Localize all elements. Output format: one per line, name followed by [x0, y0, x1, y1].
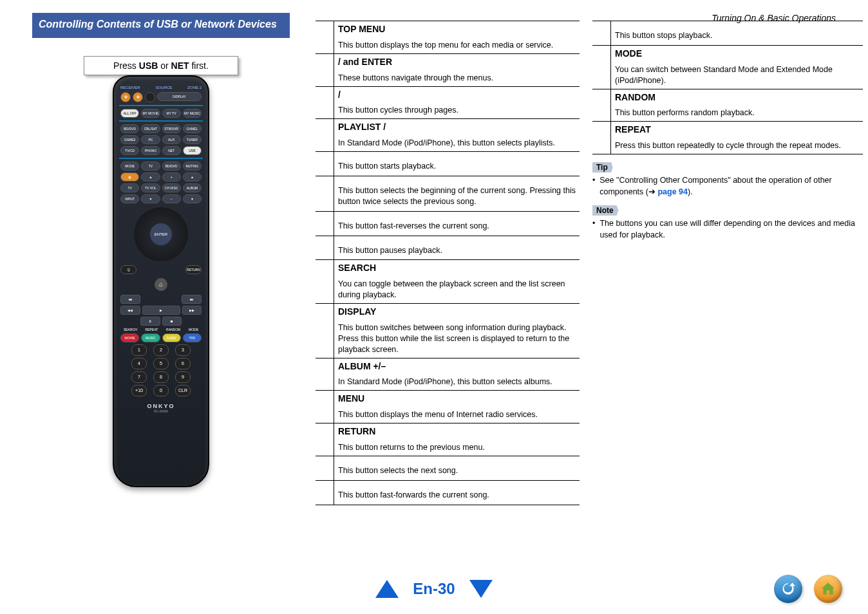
num-plus10: +10: [131, 385, 147, 396]
row-title: ALBUM +/–: [334, 358, 580, 375]
row-body: You can switch between Standard Mode and…: [611, 62, 863, 89]
muting-button: MUTING: [183, 162, 202, 171]
row-title: SEARCH: [334, 260, 580, 277]
bddvd-button: BD/DVD: [162, 162, 181, 171]
chdisc-label: CH DISC: [162, 183, 181, 192]
chapter-header: Turning On & Basic Operations: [712, 13, 836, 23]
num-3: 3: [175, 344, 191, 356]
prev-page-button[interactable]: [375, 580, 399, 598]
row-title: RANDOM: [611, 89, 863, 106]
press-text: Press: [113, 60, 139, 71]
row-title: /: [334, 86, 580, 103]
row-body: In Standard Mode (iPod/iPhone), this but…: [334, 136, 580, 151]
input-button: AUX: [162, 135, 181, 144]
remote-label: ZONE 2: [187, 86, 202, 89]
note-body: The buttons you can use will differ depe…: [599, 218, 863, 241]
enter-button: ENTER: [150, 223, 172, 245]
row-body: This button stops playback.: [611, 21, 863, 46]
prev-icon: ⏮: [120, 295, 140, 304]
num-0: 0: [153, 385, 169, 396]
row-title: MENU: [334, 391, 580, 407]
remote-label: SOURCE: [156, 86, 173, 89]
input-label: INPUT: [120, 194, 139, 203]
input-button: PHONO: [141, 146, 160, 155]
home-icon: ⌂: [155, 278, 167, 291]
row-body: This button displays the menu of Interne…: [334, 407, 580, 423]
row-body: This button cycles through pages.: [334, 103, 580, 118]
tv-label: TV: [120, 183, 139, 192]
row-body: This button selects the next song.: [334, 456, 580, 480]
section-title: Controlling Contents of USB or Network D…: [32, 13, 290, 38]
num-clr: CLR: [175, 385, 191, 396]
row-body: This button fast-forwards the current so…: [334, 480, 580, 505]
display-button: DISPLAY: [157, 92, 202, 101]
num-9: 9: [175, 371, 191, 383]
input-button: BD/DVD: [120, 124, 139, 133]
next-icon: ⏭: [182, 295, 202, 304]
row-title: MODE: [611, 45, 863, 62]
mymovie-button: MY MOVIE: [141, 109, 160, 118]
row-body: This button starts playback.: [334, 152, 580, 176]
thx-button: THX: [183, 333, 202, 342]
tip-body-a: See "Controlling Other Components" about…: [599, 176, 832, 196]
row-body: You can toggle between the playback scre…: [334, 277, 580, 303]
input-button: GAME1: [183, 124, 202, 133]
play-icon: ▶: [142, 306, 180, 315]
tv-button: TV: [141, 162, 160, 171]
tip-body-b: ).: [688, 187, 693, 196]
pause-icon: ⏸: [140, 317, 160, 326]
back-arrow-icon: [780, 581, 797, 597]
remote-label: RECEIVER: [120, 86, 140, 89]
ffwd-icon: ▶▶: [182, 306, 202, 315]
tip-label: Tip: [592, 162, 613, 172]
mytv-button: MY TV: [162, 109, 181, 118]
press-first-box: Press USB or NET first.: [84, 56, 238, 75]
movie-button: MOVIE: [120, 333, 139, 342]
tvvol-label: TV VOL: [141, 183, 160, 192]
row-body: This button pauses playback.: [334, 236, 580, 260]
row-body: In Standard Mode (iPod/iPhone), this but…: [334, 375, 580, 390]
rewind-icon: ◀◀: [120, 306, 140, 315]
onkyo-logo: ONKYO: [120, 403, 202, 409]
remote-control-image: RECEIVER SOURCE ZONE 2 ⏻ ⏻ DISPLAY ALL O…: [113, 75, 209, 487]
power-source-icon: ⏻: [133, 92, 143, 102]
album-up-icon: ▲: [183, 172, 202, 181]
input-button: STB/DVR: [162, 124, 181, 133]
down-icon: ▼: [141, 194, 160, 203]
press-after: first.: [189, 60, 209, 71]
back-button[interactable]: [774, 575, 802, 603]
input-usb-button: USB: [183, 146, 202, 155]
stop-icon: ⏹: [162, 317, 182, 326]
row-title: / and ENTER: [334, 53, 580, 70]
row-body: This button fast-reverses the current so…: [334, 211, 580, 236]
button-table-col3: This button stops playback.MODEYou can s…: [592, 21, 863, 154]
alloff-button: ALL OFF: [120, 109, 139, 118]
album-label: ALBUM: [183, 183, 202, 192]
row-body: This button switches between song inform…: [334, 321, 580, 358]
input-button: PC: [141, 135, 160, 144]
home-icon: [820, 581, 836, 597]
press-net: NET: [171, 60, 189, 71]
up-icon: ▲: [141, 172, 160, 181]
minus-icon: –: [162, 194, 181, 203]
home-button[interactable]: [814, 575, 842, 603]
next-page-button[interactable]: [469, 580, 493, 598]
input-button: CBL/SAT: [141, 124, 160, 133]
row-body: This button returns to the previous menu…: [334, 440, 580, 456]
row-body: Press this button repeatedly to cycle th…: [611, 138, 863, 154]
num-6: 6: [175, 358, 191, 369]
note-label: Note: [592, 205, 619, 216]
input-button: TV/CD: [120, 146, 139, 155]
remote-model: RC-840M: [120, 409, 202, 413]
remote-label: MODE: [189, 328, 198, 331]
zone-button: [145, 92, 155, 102]
row-body: This button selects the beginning of the…: [334, 176, 580, 211]
page-link[interactable]: page 94: [657, 187, 688, 196]
row-title: REPEAT: [611, 122, 863, 138]
remote-label: REPEAT: [146, 328, 158, 331]
num-7: 7: [131, 371, 147, 383]
mode-button: MODE: [120, 162, 139, 171]
music-button: MUSIC: [141, 333, 160, 342]
mymusic-button: MY MUSIC: [183, 109, 202, 118]
remote-label: RANDOM: [166, 328, 180, 331]
